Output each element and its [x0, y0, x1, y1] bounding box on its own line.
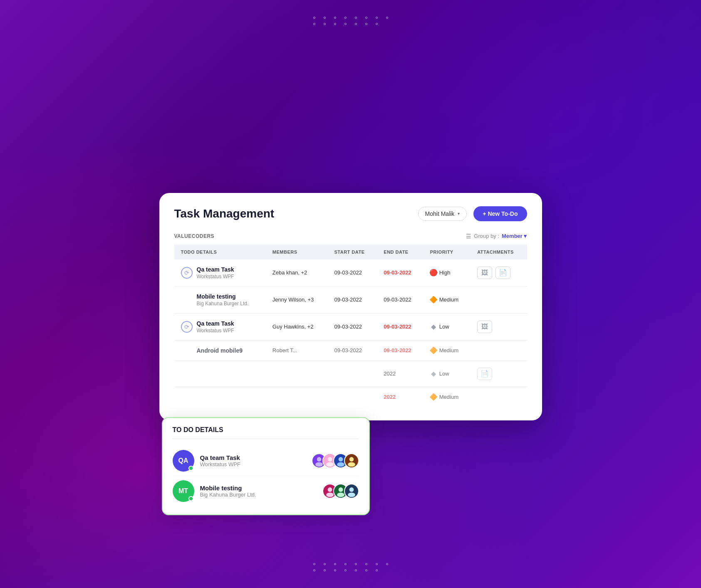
- start-date-cell: 09-03-2022: [327, 313, 377, 340]
- priority-cell: ◆ Low: [424, 313, 471, 340]
- start-date-cell: 09-03-2022: [327, 259, 377, 287]
- priority-icon: 🔶: [430, 296, 437, 303]
- priority-cell: ◆ Low: [424, 361, 471, 387]
- col-todo-details: TODO DETAILS: [174, 245, 266, 259]
- priority-icon: 🔶: [430, 394, 437, 400]
- members-cell: Zeba khan, +2: [266, 259, 328, 287]
- svg-point-10: [349, 457, 354, 462]
- task-org: Workstatus WPF: [197, 328, 234, 334]
- svg-point-5: [326, 462, 334, 467]
- table-row[interactable]: Android mobile9 Robert T... 09-03-2022 0…: [174, 340, 527, 361]
- group-by-label: Group by :: [474, 233, 499, 239]
- tooltip-task-name: Qa team Task: [200, 454, 240, 461]
- attachments-cell: [471, 286, 527, 313]
- members-cell: Guy Hawkins, +2: [266, 313, 328, 340]
- task-icon: ⟳: [181, 267, 193, 279]
- avatar: MT: [173, 480, 194, 502]
- members-cell: Jenny Wilson, +3: [266, 286, 328, 313]
- doc-attachment-icon[interactable]: 📄: [477, 368, 492, 380]
- priority-label: Medium: [439, 394, 458, 400]
- doc-attachment-icon[interactable]: 📄: [495, 267, 510, 279]
- table-row[interactable]: ⟳ Qa team Task Workstatus WPF Guy Hawkin…: [174, 313, 527, 340]
- task-details-cell: ⟳ Qa team Task Workstatus WPF: [174, 313, 266, 340]
- online-indicator: [188, 496, 193, 501]
- priority-label: Low: [439, 324, 449, 330]
- image-attachment-icon[interactable]: 🖼: [477, 267, 492, 279]
- col-priority: PRIORITY: [424, 245, 471, 259]
- attachments-cell: [471, 387, 527, 407]
- task-icon: ⟳: [181, 321, 193, 333]
- start-date-cell: [327, 387, 377, 407]
- svg-point-19: [349, 487, 354, 492]
- tooltip-item: QA Qa team Task Workstatus WPF: [173, 446, 359, 476]
- header-right: Mohit Malik ▾ + New To-Do: [418, 206, 527, 221]
- end-date-cell: 09-03-2022: [377, 259, 423, 287]
- tooltip-item-left: MT Mobile testing Big Kahuna Burger Ltd.: [173, 480, 256, 502]
- priority-cell: 🔶 Medium: [424, 286, 471, 313]
- priority-label: Low: [439, 371, 449, 377]
- priority-icon: 🔴: [430, 269, 437, 276]
- svg-point-16: [338, 487, 343, 492]
- user-dropdown[interactable]: Mohit Malik ▾: [418, 207, 467, 221]
- header: Task Management Mohit Malik ▾ + New To-D…: [174, 206, 527, 221]
- priority-icon: ◆: [430, 371, 437, 377]
- svg-point-4: [327, 457, 332, 462]
- priority-cell: 🔴 High: [424, 259, 471, 287]
- member-avatars: [322, 484, 359, 499]
- svg-point-14: [326, 492, 334, 497]
- online-indicator: [188, 466, 193, 471]
- svg-point-11: [348, 462, 355, 467]
- svg-point-7: [338, 457, 343, 462]
- table-header-row: TODO DETAILS MEMBERS START DATE END DATE…: [174, 245, 527, 259]
- end-date-cell: 2022: [377, 361, 423, 387]
- task-name: Android mobile9: [197, 347, 243, 354]
- attachments-cell: 🖼: [471, 313, 527, 340]
- priority-icon: ◆: [430, 324, 437, 330]
- task-details-cell: Mobile testing Big Kahuna Burger Ltd.: [174, 286, 266, 313]
- priority-cell: 🔶 Medium: [424, 387, 471, 407]
- attachments-cell: 📄: [471, 361, 527, 387]
- start-date-cell: 09-03-2022: [327, 340, 377, 361]
- main-card: Task Management Mohit Malik ▾ + New To-D…: [159, 193, 542, 420]
- task-name: Qa team Task: [197, 320, 234, 327]
- group-by-value[interactable]: Member ▾: [502, 233, 527, 239]
- tooltip-task-org: Big Kahuna Burger Ltd.: [200, 492, 256, 498]
- task-name: Qa team Task: [197, 266, 234, 273]
- table-row[interactable]: 2022 🔶 Medium: [174, 387, 527, 407]
- dot-grid-top: [313, 17, 388, 25]
- filter-icon: ☰: [466, 233, 471, 240]
- table-row[interactable]: 2022 ◆ Low 📄: [174, 361, 527, 387]
- tasks-table: TODO DETAILS MEMBERS START DATE END DATE…: [174, 245, 527, 407]
- tooltip-item-left: QA Qa team Task Workstatus WPF: [173, 450, 240, 472]
- priority-icon: 🔶: [430, 347, 437, 354]
- new-todo-button[interactable]: + New To-Do: [473, 206, 527, 221]
- tooltip-task-org: Workstatus WPF: [200, 461, 240, 467]
- start-date-cell: 09-03-2022: [327, 286, 377, 313]
- tooltip-card: TO DO DETAILS QA Qa team Task Workstatus…: [162, 417, 370, 515]
- col-members: MEMBERS: [266, 245, 328, 259]
- members-cell: [266, 387, 328, 407]
- svg-point-20: [348, 492, 355, 497]
- attachments-cell: [471, 340, 527, 361]
- avatar: QA: [173, 450, 194, 472]
- tooltip-overlay: TO DO DETAILS QA Qa team Task Workstatus…: [162, 417, 370, 515]
- svg-point-13: [327, 487, 332, 492]
- task-details-cell: [174, 387, 266, 407]
- col-start-date: START DATE: [327, 245, 377, 259]
- image-attachment-icon[interactable]: 🖼: [477, 321, 492, 333]
- svg-point-17: [337, 492, 344, 497]
- page-title: Task Management: [174, 207, 275, 220]
- svg-point-1: [317, 457, 321, 462]
- start-date-cell: [327, 361, 377, 387]
- task-org: Workstatus WPF: [197, 274, 234, 279]
- tooltip-title: TO DO DETAILS: [173, 426, 359, 439]
- svg-point-8: [337, 462, 344, 467]
- tooltip-item: MT Mobile testing Big Kahuna Burger Ltd.: [173, 476, 359, 506]
- svg-point-2: [315, 462, 323, 467]
- priority-label: Medium: [439, 296, 458, 303]
- user-name: Mohit Malik: [425, 210, 455, 217]
- priority-label: High: [439, 269, 451, 276]
- table-row[interactable]: ⟳ Qa team Task Workstatus WPF Zeba khan,…: [174, 259, 527, 287]
- table-row[interactable]: Mobile testing Big Kahuna Burger Ltd. Je…: [174, 286, 527, 313]
- task-details-cell: Android mobile9: [174, 340, 266, 361]
